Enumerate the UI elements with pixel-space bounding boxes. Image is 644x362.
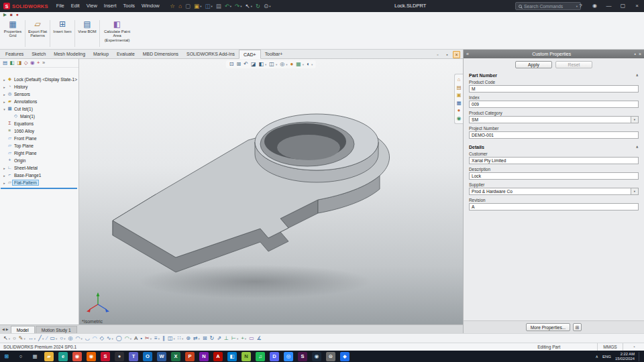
instant2d-button[interactable]: ∡ [256,336,263,341]
design-library-icon[interactable]: ▤ [456,85,461,90]
taskbar-obs-icon[interactable]: ● [115,352,124,361]
tab-solidworks-add-ins[interactable]: SOLIDWORKS Add-Ins [182,50,239,59]
taskbar-powerpoint-icon[interactable]: P [185,352,195,361]
tabs-scroll-right-icon[interactable]: ▶ [6,328,9,331]
tree-item-lock-default-display-state-1[interactable]: ▸◆Lock (Default) <Display State-1> [0,76,78,83]
view-palette-icon[interactable]: ▦ [456,101,461,106]
tree-item-history[interactable]: ▸◔History [0,83,78,90]
rollback-bar[interactable] [1,188,77,189]
circular-pattern-button[interactable]: ⊛ [184,336,192,341]
select-tool-button[interactable]: ↖▾ [2,336,11,341]
field-revision-input[interactable]: A [469,203,639,210]
convert-entities-button[interactable]: ≡▾ [153,336,161,341]
menu-insert[interactable]: Insert [101,0,120,12]
taskbar-photos-icon[interactable]: ◆ [340,352,350,361]
taskbar-chrome-icon[interactable]: ◉ [72,352,82,361]
tray-chevron-icon[interactable]: ∧ [596,355,598,359]
menu-window[interactable]: Window [138,0,163,12]
close-button[interactable]: × [630,0,644,12]
tree-item-sensors[interactable]: ▸◎Sensors [0,90,78,98]
tab-cad[interactable]: CAD+ [239,50,261,59]
field-index-input[interactable]: 009 [469,101,639,108]
record-macro-icon[interactable]: ● [16,13,19,17]
taskbar-start-icon[interactable]: ⊞ [2,352,11,361]
add-relation-button[interactable]: ⊢▾ [230,336,239,341]
field-description-input[interactable]: Lock [469,172,639,180]
stop-macro-icon[interactable]: ■ [10,13,13,17]
part-3d-model[interactable] [79,59,463,324]
sketch-fillet-button[interactable]: ◠▾ [123,336,133,341]
centerpoint-arc-button[interactable]: ◠▾ [74,336,83,341]
maximize-button[interactable]: ▢ [616,0,630,12]
apply-scene-button[interactable]: ▦▾ [295,62,305,67]
tangent-arc-button[interactable]: ◡ [84,336,91,341]
home-button[interactable]: ⌂ [176,3,183,9]
menu-file[interactable]: File [53,0,68,12]
tabs-scroll-left-icon[interactable]: ◀ [2,328,5,331]
section-header-part-number[interactable]: Part Number∧ [464,70,644,79]
taskbar-file-explorer-icon[interactable]: ▰ [44,352,54,361]
tree-item-right-plane[interactable]: ▱Right Plane [0,149,78,157]
tree-expand-arrow[interactable]: ▸ [2,174,7,178]
apply-button[interactable]: Apply [515,61,552,68]
pin-button[interactable]: ▪ [443,51,451,58]
spline-button[interactable]: ∿▾ [105,336,115,341]
featuremanager-tab-icon[interactable]: ▤ [3,60,7,66]
linear-pattern-button[interactable]: ∷▾ [176,336,184,341]
field-product-code-input[interactable]: M [469,85,639,93]
field-customer-input[interactable]: Xarial Pty Limited [469,157,639,164]
tree-item-equations[interactable]: ΣEquations [0,120,78,127]
tree-expand-arrow[interactable]: ▸ [2,181,7,185]
copy-entities-button[interactable]: ⊞ [201,336,209,341]
more-properties-button[interactable]: More Properties... [526,323,570,331]
section-view-button[interactable]: ◪ [250,62,257,67]
cadplus-tab-icon[interactable]: + [37,60,40,66]
tree-item-flat-pattern[interactable]: ▸▱Flat-Pattern [0,179,78,186]
taskbar-search-icon[interactable]: ○ [16,352,25,361]
rotate-entities-button[interactable]: ↻ [209,336,216,341]
previous-view-button[interactable]: ↶ [243,62,249,67]
ribbon-button-export-flat-patterns[interactable]: ▱Export Flat Patterns [27,19,48,48]
new-doc-button[interactable]: ▢ [184,3,193,9]
zoom-area-button[interactable]: ⊞ [236,62,242,67]
taskbar-edge-icon[interactable]: e [58,352,68,361]
trim-button[interactable]: ✂▾ [144,336,153,341]
section-collapse-icon[interactable]: ∧ [636,145,639,149]
appearances-icon[interactable]: ● [458,108,461,113]
taskbar-notepadpp-icon[interactable]: N [241,352,251,361]
taskbar-excel-icon[interactable]: X [171,352,180,361]
polygon-button[interactable]: ◇ [99,336,105,341]
tree-expand-arrow[interactable]: ▸ [2,78,7,82]
tab-mesh-modeling[interactable]: Mesh Modeling [50,50,89,59]
tree-item-1060-alloy[interactable]: ≡1060 Alloy [0,127,78,135]
tree-item-base-flange1[interactable]: ▸⌐Base-Flange1 [0,172,78,179]
tab-mbd-dimensions[interactable]: MBD Dimensions [139,50,182,59]
lasso-button[interactable]: ○ [11,336,17,341]
taskbar-steam-icon[interactable]: ◉ [312,352,321,361]
dropdown-arrow-icon[interactable]: ▾ [631,117,638,123]
options-button[interactable]: ⊙▾ [262,3,272,9]
edit-appearance-button[interactable]: ● [289,62,294,67]
properties-options-button[interactable]: ⊞ [573,323,582,331]
tree-expand-arrow[interactable]: ▾ [2,107,7,111]
taskbar-solidworks-icon[interactable]: S [101,352,110,361]
hide-show-button[interactable]: ◎▾ [279,62,288,67]
dock-button[interactable]: ▫ [434,51,441,58]
ellipse-button[interactable]: ◯ [115,336,123,341]
reset-button[interactable]: Reset [555,61,592,68]
taskbar-outlook-icon[interactable]: O [143,352,152,361]
tree-expand-arrow[interactable]: ▸ [2,100,7,104]
graphics-viewport[interactable]: ⊡⊞↶◪◧▾◫▾◎▾●▦▾◐▾ ⌂▤▣▦●◉ *Isometric [79,59,463,324]
tab-toolbar[interactable]: Toolbar+ [261,50,287,59]
print-button[interactable]: ▤ [214,3,223,9]
status-tag-icon[interactable]: ◔ [633,345,635,349]
taskbar-firefox-icon[interactable]: ◉ [87,352,96,361]
units-selector[interactable]: MMGS [597,343,623,351]
tray-language[interactable]: ENG [602,355,611,359]
view-settings-button[interactable]: ◐▾ [306,62,313,67]
tree-expand-arrow[interactable]: ▸ [2,166,7,170]
ribbon-button-view-bom[interactable]: ▤View BOM [76,19,98,48]
smart-dimension-button[interactable]: ↔▾ [27,336,37,341]
pin-menu-button[interactable]: ☆ [168,3,177,9]
section-collapse-icon[interactable]: ∧ [636,74,639,78]
